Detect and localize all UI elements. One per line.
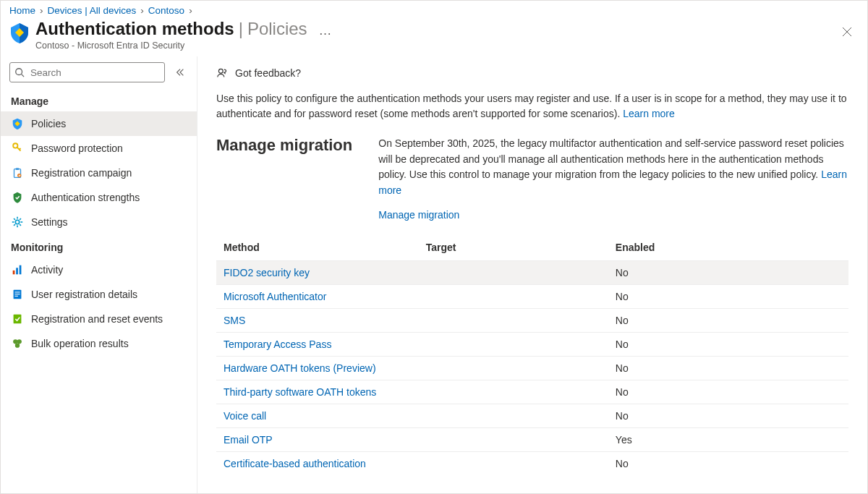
badge-icon [11,191,24,204]
method-link[interactable]: Certificate-based authentication [224,458,366,469]
method-link[interactable]: Hardware OATH tokens (Preview) [224,362,376,374]
chevron-right-icon: › [189,5,192,16]
sidebar-item-user-registration-details[interactable]: User registration details [1,282,197,307]
enabled-cell: No [608,452,848,476]
target-cell [419,452,608,476]
svg-rect-6 [16,168,20,170]
bars-icon [11,263,24,276]
svg-line-13 [14,218,15,220]
table-row[interactable]: SMSNo [216,309,848,333]
col-enabled: Enabled [608,236,848,261]
intro-text: Use this policy to configure the authent… [216,91,848,122]
svg-rect-17 [13,271,15,274]
got-feedback-button[interactable]: Got feedback? [216,67,848,80]
svg-point-26 [17,339,22,344]
method-link[interactable]: Temporary Access Pass [224,338,331,350]
search-icon [14,67,25,77]
sidebar-item-registration-campaign[interactable]: Registration campaign [1,161,197,185]
table-row[interactable]: Email OTPYes [216,428,848,452]
got-feedback-label: Got feedback? [235,67,301,79]
method-link[interactable]: Email OTP [224,434,273,446]
table-row[interactable]: Microsoft AuthenticatorNo [216,285,848,309]
search-input[interactable] [29,67,160,79]
feedback-icon [216,67,229,80]
svg-line-14 [20,224,21,226]
svg-point-8 [15,220,19,223]
bulk-icon [11,337,24,350]
target-cell [419,285,608,309]
enabled-cell: No [608,380,848,404]
sidebar-item-bulk-operation-results[interactable]: Bulk operation results [1,331,197,356]
svg-rect-24 [14,315,22,324]
entra-shield-icon [8,22,31,45]
sidebar-group-heading: Manage [1,88,197,111]
sidebar-item-authentication-strengths[interactable]: Authentication strengths [1,185,197,210]
table-row[interactable]: Voice callNo [216,404,848,428]
sidebar-item-label: User registration details [31,289,137,300]
doc-icon [11,288,24,301]
manage-migration-link[interactable]: Manage migration [378,209,459,221]
collapse-sidebar-button[interactable] [172,64,188,80]
enabled-cell: No [608,333,848,357]
target-cell [419,404,608,428]
target-cell [419,357,608,380]
sidebar-item-label: Settings [31,216,68,228]
svg-rect-22 [14,294,20,294]
shield-diamond-icon [11,117,24,130]
sidebar-item-label: Registration and reset events [31,313,163,325]
enabled-cell: Yes [608,428,848,452]
svg-rect-23 [14,296,18,297]
clipboard-icon [11,166,24,179]
more-actions-button[interactable]: … [319,23,332,38]
target-cell [419,261,608,285]
svg-rect-21 [14,291,20,292]
sidebar-item-label: Activity [31,264,63,276]
enabled-cell: No [608,357,848,380]
sidebar-item-policies[interactable]: Policies [1,111,197,136]
chevron-right-icon: › [140,5,144,16]
sidebar-item-registration-and-reset-events[interactable]: Registration and reset events [1,307,197,331]
breadcrumb-item[interactable]: Devices | All devices [48,5,137,16]
page-subtitle: Contoso - Microsoft Entra ID Security [35,41,838,51]
enabled-cell: No [608,285,848,309]
svg-point-28 [218,69,223,73]
target-cell [419,309,608,333]
breadcrumb-item[interactable]: Home [9,5,35,16]
sidebar-item-settings[interactable]: Settings [1,210,197,234]
target-cell [419,428,608,452]
table-row[interactable]: Third-party software OATH tokensNo [216,380,848,404]
sidebar-item-password-protection[interactable]: Password protection [1,136,197,161]
method-link[interactable]: Microsoft Authenticator [224,291,326,302]
table-row[interactable]: Hardware OATH tokens (Preview)No [216,357,848,380]
intro-learn-more-link[interactable]: Learn more [623,108,675,119]
target-cell [419,333,608,357]
target-cell [419,380,608,404]
svg-line-15 [20,218,21,220]
sidebar-item-label: Bulk operation results [31,338,129,349]
table-row[interactable]: FIDO2 security keyNo [216,261,848,285]
sidebar-group-heading: Monitoring [1,234,197,257]
page-header: Authentication methods | Policies … Cont… [1,17,867,56]
method-link[interactable]: Voice call [224,410,266,422]
title-separator: | [239,19,243,39]
method-link[interactable]: SMS [224,315,245,326]
table-row[interactable]: Temporary Access PassNo [216,333,848,357]
sidebar: ManagePoliciesPassword protectionRegistr… [1,56,197,493]
page-title: Authentication methods [35,19,234,39]
key-icon [11,142,24,155]
enabled-cell: No [608,309,848,333]
breadcrumb-item[interactable]: Contoso [148,5,184,16]
sidebar-item-activity[interactable]: Activity [1,257,197,282]
search-box[interactable] [9,62,165,82]
table-row[interactable]: Certificate-based authenticationNo [216,452,848,476]
svg-line-16 [14,224,15,226]
svg-point-27 [15,344,20,348]
methods-table: Method Target Enabled FIDO2 security key… [216,236,848,475]
method-link[interactable]: Third-party software OATH tokens [224,386,376,398]
manage-migration-body: On September 30th, 2025, the legacy mult… [378,136,848,223]
col-target: Target [419,236,608,261]
close-button[interactable] [838,22,856,42]
svg-line-3 [22,74,25,77]
sidebar-item-label: Password protection [31,142,123,154]
method-link[interactable]: FIDO2 security key [224,267,310,278]
